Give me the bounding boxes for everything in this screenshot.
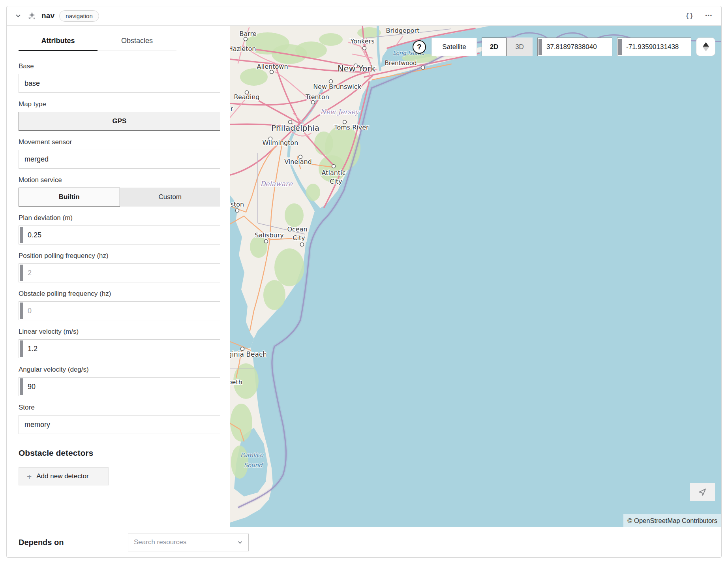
position-polling-label: Position polling frequency (hz) (19, 252, 220, 260)
svg-text:Salisbury: Salisbury (255, 231, 284, 239)
linear-velocity-input[interactable]: 1.2 (19, 339, 220, 358)
number-handle (20, 265, 23, 281)
card-body: Attributes Obstacles Base base Map type … (7, 26, 721, 527)
svg-text:New Brunswick: New Brunswick (313, 83, 361, 90)
plan-deviation-input[interactable]: 0.25 (19, 226, 220, 244)
map-type-label: Map type (19, 100, 220, 108)
base-input[interactable]: base (19, 74, 220, 93)
svg-text:Elizabeth: Elizabeth (230, 378, 242, 386)
store-label: Store (19, 404, 220, 412)
map-attribution: © OpenStreetMap Contributors (623, 514, 721, 527)
more-menu-icon[interactable]: ••• (705, 13, 713, 19)
movement-sensor-label: Movement sensor (19, 138, 220, 146)
code-json-icon[interactable]: {} (685, 12, 693, 20)
map-controls: ? Satellite 2D 3D 37.81897838040 -71.935… (413, 38, 715, 56)
map-mode-toggle: 2D 3D (482, 38, 533, 56)
number-handle (20, 340, 23, 357)
number-handle (20, 303, 23, 319)
linear-velocity-label: Linear velocity (m/s) (19, 328, 220, 336)
latitude-input[interactable]: 37.81897838040 (537, 38, 612, 56)
longitude-input[interactable]: -71.93590131438 (617, 38, 691, 56)
store-input[interactable]: memory (19, 415, 220, 434)
step-up-icon (703, 42, 709, 47)
svg-text:City: City (293, 234, 305, 242)
svg-text:New York: New York (338, 64, 376, 73)
coordinate-stepper[interactable] (696, 38, 715, 56)
svg-text:Atlantic: Atlantic (322, 169, 346, 177)
collapse-chevron-icon[interactable] (15, 13, 21, 19)
svg-text:City: City (330, 178, 342, 185)
movement-sensor-input[interactable]: merged (19, 150, 220, 169)
motion-service-label: Motion service (19, 176, 220, 184)
help-icon[interactable]: ? (413, 40, 426, 54)
plan-deviation-label: Plan deviation (m) (19, 214, 220, 222)
svg-text:Reading: Reading (234, 93, 260, 101)
svg-text:Sound: Sound (244, 462, 263, 469)
page: nav navigation {} ••• Attributes Obstacl… (0, 0, 728, 564)
tab-attributes[interactable]: Attributes (19, 37, 98, 51)
svg-text:Allentown: Allentown (257, 63, 288, 70)
depends-on-section: Depends on Search resources (7, 527, 721, 557)
mode-2d-button[interactable]: 2D (482, 38, 507, 56)
svg-text:Trenton: Trenton (305, 93, 329, 101)
svg-text:Pamlico: Pamlico (240, 451, 264, 459)
svg-text:Barre: Barre (239, 30, 256, 38)
motion-service-toggle: Builtin Custom (19, 188, 220, 207)
chevron-down-icon (237, 540, 243, 545)
map-type-gps-button[interactable]: GPS (19, 112, 220, 131)
svg-text:Toms River: Toms River (334, 124, 369, 131)
svg-text:Vineland: Vineland (284, 158, 312, 165)
svg-text:Philadelphia: Philadelphia (271, 123, 319, 133)
svg-text:Bridgeport: Bridgeport (386, 27, 420, 34)
svg-text:Virginia Beach: Virginia Beach (230, 350, 267, 358)
add-detector-button[interactable]: + Add new detector (19, 467, 109, 485)
satellite-toggle-button[interactable]: Satellite (432, 38, 477, 56)
locate-button[interactable] (690, 483, 715, 501)
svg-text:Wilmington: Wilmington (263, 139, 298, 147)
base-label: Base (19, 62, 220, 70)
svg-text:Easton: Easton (230, 201, 244, 208)
number-handle (20, 378, 23, 395)
number-handle (618, 39, 622, 55)
number-handle (538, 39, 542, 55)
svg-text:Yonkers: Yonkers (350, 38, 374, 45)
config-panel: Attributes Obstacles Base base Map type … (7, 26, 230, 527)
motion-service-builtin-option[interactable]: Builtin (19, 188, 120, 207)
depends-on-title: Depends on (19, 538, 128, 547)
tab-bar: Attributes Obstacles (19, 37, 176, 51)
card-header: nav navigation {} ••• (7, 6, 721, 26)
service-type-badge: navigation (59, 10, 99, 22)
svg-text:Brentwood: Brentwood (385, 60, 417, 67)
motion-service-custom-option[interactable]: Custom (120, 188, 221, 207)
svg-text:Ocean: Ocean (287, 226, 307, 233)
navigate-arrow-icon (698, 487, 707, 497)
angular-velocity-input[interactable]: 90 (19, 377, 220, 396)
search-resources-placeholder: Search resources (134, 538, 186, 546)
obstacle-detectors-title: Obstacle detectors (19, 448, 220, 458)
svg-text:Lancaster: Lancaster (230, 105, 233, 113)
map-view[interactable]: BarreHazletonAllentownReadingLancasterPh… (230, 26, 721, 527)
map-canvas[interactable]: BarreHazletonAllentownReadingLancasterPh… (230, 26, 721, 527)
svg-text:Hazleton: Hazleton (230, 45, 256, 53)
navigation-service-icon (27, 11, 37, 21)
tab-obstacles[interactable]: Obstacles (98, 37, 176, 51)
obstacle-polling-input[interactable]: 0 (19, 301, 220, 320)
position-polling-input[interactable]: 2 (19, 263, 220, 282)
search-resources-select[interactable]: Search resources (128, 534, 249, 551)
plus-icon: + (27, 472, 32, 481)
step-down-icon (703, 47, 709, 51)
nav-service-card: nav navigation {} ••• Attributes Obstacl… (6, 6, 722, 558)
service-name: nav (41, 11, 54, 20)
angular-velocity-label: Angular velocity (deg/s) (19, 366, 220, 374)
svg-text:Delaware: Delaware (260, 180, 293, 188)
obstacle-polling-label: Obstacle polling frequency (hz) (19, 290, 220, 298)
number-handle (20, 227, 23, 243)
mode-3d-button[interactable]: 3D (507, 38, 533, 56)
svg-text:New Jersey: New Jersey (320, 108, 360, 116)
